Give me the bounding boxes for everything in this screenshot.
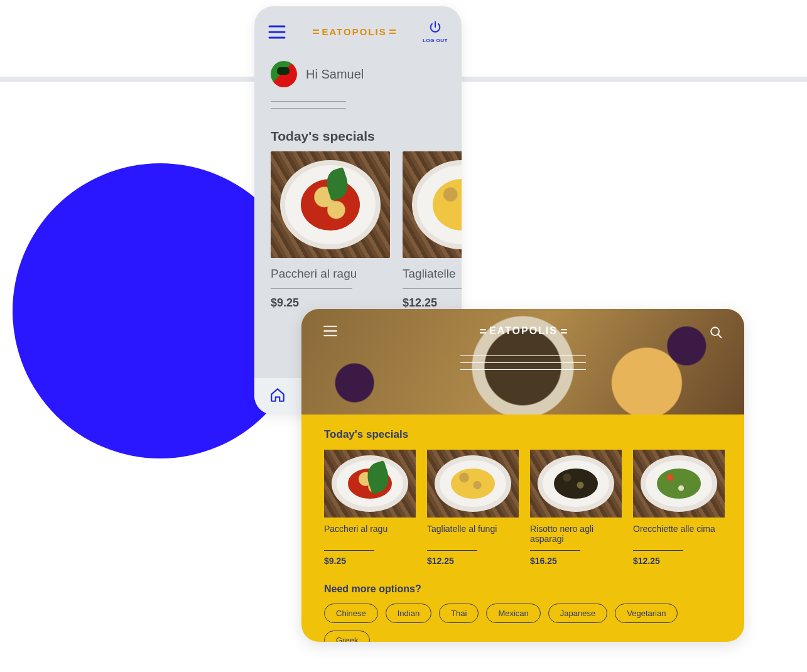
special-card[interactable]: Tagliatelle al fungi $12.25	[427, 450, 519, 566]
card-divider	[633, 550, 683, 551]
section-title: Today's specials	[254, 115, 462, 151]
dish-name: Paccheri al ragu	[271, 267, 390, 281]
special-card[interactable]: Orecchiette alle cima $12.25	[633, 450, 725, 566]
greeting-text: Hi Samuel	[306, 67, 364, 82]
card-divider	[427, 550, 477, 551]
hero-lines	[460, 349, 586, 376]
svg-line-7	[718, 335, 722, 338]
mobile-header: EATOPOLIS LOG OUT	[254, 6, 462, 50]
dish-name: Tagliatelle	[403, 267, 462, 281]
dish-price: $12.25	[403, 296, 462, 310]
logout-label: LOG OUT	[423, 38, 448, 43]
dish-price: $9.25	[324, 556, 416, 566]
brand-decoration-icon	[389, 30, 396, 34]
cuisine-chip[interactable]: Japanese	[548, 604, 607, 623]
section-title: Today's specials	[324, 428, 722, 441]
tablet-screen: EATOPOLIS Today's specials Paccheri al r…	[301, 309, 744, 642]
dish-image	[324, 450, 416, 518]
brand-text: EATOPOLIS	[322, 26, 386, 37]
cuisine-chip[interactable]: Thai	[439, 604, 479, 623]
menu-icon[interactable]	[323, 325, 338, 339]
greeting-row: Hi Samuel	[254, 50, 462, 95]
dish-name: Risotto nero agli asparagi	[530, 524, 622, 545]
dish-price: $9.25	[271, 296, 390, 310]
brand-logo: EATOPOLIS	[313, 26, 395, 37]
dish-image	[271, 151, 390, 258]
cuisine-chip[interactable]: Vegetarian	[615, 604, 678, 623]
search-icon[interactable]	[709, 325, 723, 342]
card-divider	[403, 288, 462, 289]
cuisine-chip[interactable]: Greek	[324, 631, 370, 642]
hero-image: EATOPOLIS	[301, 309, 744, 415]
cuisine-chips: Chinese Indian Thai Mexican Japanese Veg…	[324, 604, 722, 642]
specials-carousel[interactable]: Paccheri al ragu $9.25 Tagliatelle $12.2…	[254, 151, 462, 310]
special-card[interactable]: Risotto nero agli asparagi $16.25	[530, 450, 622, 566]
card-divider	[271, 288, 352, 289]
options-title: Need more options?	[324, 583, 722, 595]
tablet-header: EATOPOLIS	[301, 309, 744, 342]
brand-logo: EATOPOLIS	[338, 325, 709, 337]
specials-row: Paccheri al ragu $9.25 Tagliatelle al fu…	[324, 450, 722, 566]
options-section: Need more options? Chinese Indian Thai M…	[324, 583, 722, 642]
power-icon	[428, 20, 442, 34]
card-divider	[530, 550, 580, 551]
tablet-body: Today's specials Paccheri al ragu $9.25 …	[301, 415, 744, 642]
cuisine-chip[interactable]: Chinese	[324, 604, 378, 623]
dish-image	[403, 151, 462, 258]
avatar[interactable]	[271, 61, 297, 87]
dish-name: Paccheri al ragu	[324, 524, 416, 545]
home-icon[interactable]	[269, 387, 286, 406]
dish-image	[633, 450, 725, 518]
dish-name: Orecchiette alle cima	[633, 524, 725, 545]
brand-decoration-icon	[561, 329, 567, 333]
dish-price: $12.25	[633, 556, 725, 566]
brand-decoration-icon	[480, 329, 486, 333]
special-card[interactable]: Paccheri al ragu $9.25	[324, 450, 416, 566]
dish-price: $16.25	[530, 556, 622, 566]
logout-button[interactable]: LOG OUT	[423, 20, 448, 43]
dish-price: $12.25	[427, 556, 519, 566]
brand-text: EATOPOLIS	[489, 325, 558, 337]
greeting-lines	[254, 101, 462, 109]
cuisine-chip[interactable]: Indian	[386, 604, 431, 623]
dish-name: Tagliatelle al fungi	[427, 524, 519, 545]
cuisine-chip[interactable]: Mexican	[486, 604, 540, 623]
card-divider	[324, 550, 374, 551]
special-card[interactable]: Tagliatelle $12.25	[403, 151, 462, 310]
brand-decoration-icon	[313, 30, 319, 34]
menu-icon[interactable]	[268, 25, 286, 39]
dish-image	[530, 450, 622, 518]
dish-image	[427, 450, 519, 518]
special-card[interactable]: Paccheri al ragu $9.25	[271, 151, 390, 310]
